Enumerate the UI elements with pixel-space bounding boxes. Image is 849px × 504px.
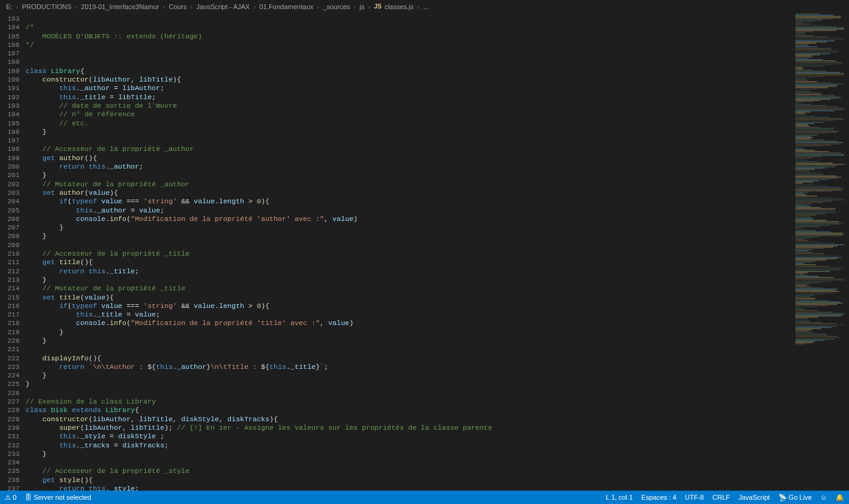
- code-line[interactable]: return this._title;: [26, 267, 793, 276]
- breadcrumb-segment[interactable]: js: [360, 3, 365, 10]
- code-line[interactable]: // n° de référence: [26, 110, 793, 119]
- minimap[interactable]: [793, 13, 849, 491]
- code-line[interactable]: return this._author;: [26, 163, 793, 171]
- code-line[interactable]: this._title = value;: [26, 310, 793, 319]
- code-line[interactable]: [26, 15, 793, 23]
- code-line[interactable]: get author(){: [26, 154, 793, 163]
- broadcast-icon: 📡: [778, 494, 787, 502]
- breadcrumb-segment[interactable]: PRODUCTIONS: [22, 3, 71, 10]
- breadcrumb-segment[interactable]: 01.Fondamentaux: [259, 3, 314, 10]
- code-line[interactable]: [26, 458, 793, 467]
- code-line[interactable]: set author(value){: [26, 189, 793, 197]
- status-golive-label: Go Live: [789, 494, 812, 501]
- code-line[interactable]: }: [26, 450, 793, 458]
- code-line[interactable]: }: [26, 232, 793, 240]
- code-line[interactable]: [26, 136, 793, 145]
- code-line[interactable]: console.info("Modification de la proprié…: [26, 319, 793, 327]
- breadcrumb-segment[interactable]: E:: [6, 3, 12, 10]
- status-position[interactable]: L 1, col 1: [606, 494, 633, 501]
- code-line[interactable]: displayInfo(){: [26, 354, 793, 363]
- line-number: 225: [0, 380, 19, 388]
- line-number: 200: [0, 163, 19, 171]
- code-area[interactable]: /* MODÈLES D'OBJETS :: extends (héritage…: [26, 13, 793, 491]
- code-editor[interactable]: 1831841851861871881891901911921931941951…: [0, 13, 793, 491]
- code-line[interactable]: // date de sortie de l'œuvre: [26, 102, 793, 110]
- code-line[interactable]: // Accesseur de la propriété _title: [26, 250, 793, 258]
- code-line[interactable]: }: [26, 380, 793, 388]
- line-number: 184: [0, 23, 19, 32]
- code-line[interactable]: class Disk extends Library{: [26, 406, 793, 415]
- code-line[interactable]: constructor(libAuthor, libTitle){: [26, 75, 793, 84]
- code-line[interactable]: // etc.: [26, 119, 793, 128]
- code-line[interactable]: // Accesseur de la propriété _author: [26, 145, 793, 153]
- code-line[interactable]: [26, 241, 793, 250]
- code-line[interactable]: super(libAuthor, libTitle); // [!] En 1e…: [26, 424, 793, 432]
- line-number: 208: [0, 232, 19, 240]
- line-number: 217: [0, 310, 19, 319]
- chevron-right-icon: ›: [75, 3, 77, 10]
- chevron-right-icon: ›: [190, 3, 192, 10]
- code-line[interactable]: }: [26, 223, 793, 232]
- code-line[interactable]: }: [26, 371, 793, 380]
- code-line[interactable]: }: [26, 276, 793, 284]
- status-feedback[interactable]: ☺: [820, 494, 827, 501]
- line-number: 215: [0, 293, 19, 302]
- code-line[interactable]: console.info("Modification de la proprié…: [26, 215, 793, 223]
- code-line[interactable]: this._title = libTitle;: [26, 93, 793, 102]
- code-line[interactable]: }: [26, 171, 793, 180]
- chevron-right-icon: ›: [368, 3, 370, 10]
- line-number: 193: [0, 102, 19, 110]
- code-line[interactable]: // Exension de la class Library: [26, 397, 793, 406]
- breadcrumb-segment[interactable]: Cours: [169, 3, 186, 10]
- code-line[interactable]: get title(){: [26, 258, 793, 267]
- code-line[interactable]: // Mutateur de la proptiété _title: [26, 284, 793, 293]
- status-spaces[interactable]: Espaces : 4: [641, 494, 676, 501]
- code-line[interactable]: [26, 345, 793, 354]
- code-line[interactable]: // Accesseur de la propriété _style: [26, 467, 793, 475]
- code-line[interactable]: this._style = diskStyle ;: [26, 432, 793, 441]
- code-line[interactable]: if(typeof value === 'string' && value.le…: [26, 302, 793, 310]
- code-line[interactable]: set title(value){: [26, 293, 793, 302]
- code-line[interactable]: this._author = libAuthor;: [26, 84, 793, 93]
- line-number: 187: [0, 49, 19, 58]
- line-number: 205: [0, 206, 19, 215]
- status-golive[interactable]: 📡 Go Live: [778, 494, 812, 502]
- line-number: 231: [0, 432, 19, 441]
- code-line[interactable]: /*: [26, 23, 793, 32]
- status-encoding[interactable]: UTF-8: [685, 494, 704, 501]
- breadcrumb-file[interactable]: classes.js: [384, 3, 414, 10]
- code-line[interactable]: get style(){: [26, 476, 793, 485]
- code-line[interactable]: this._tracks = diskTracks;: [26, 441, 793, 450]
- breadcrumb[interactable]: E:›PRODUCTIONS›2019-01_Interface3Namur›C…: [0, 0, 849, 13]
- status-bell-icon[interactable]: 🔔: [836, 494, 844, 502]
- code-line[interactable]: }: [26, 128, 793, 136]
- code-line[interactable]: [26, 49, 793, 58]
- line-number: 228: [0, 406, 19, 415]
- code-line[interactable]: MODÈLES D'OBJETS :: extends (héritage): [26, 32, 793, 41]
- status-language[interactable]: JavaScript: [738, 494, 769, 501]
- code-line[interactable]: }: [26, 328, 793, 337]
- code-line[interactable]: class Library{: [26, 67, 793, 75]
- code-line[interactable]: }: [26, 337, 793, 345]
- status-server[interactable]: 🗄 Server not selected: [25, 494, 91, 501]
- breadcrumb-tail[interactable]: ...: [423, 3, 429, 10]
- line-number: 198: [0, 145, 19, 153]
- code-line[interactable]: if(typeof value === 'string' && value.le…: [26, 197, 793, 206]
- status-eol[interactable]: CRLF: [713, 494, 730, 501]
- code-line[interactable]: return `\n\tAuthor : ${this._author}\n\t…: [26, 363, 793, 371]
- code-line[interactable]: constructor(libAuthor, libTitle, diskSty…: [26, 415, 793, 424]
- editor-main: 1831841851861871881891901911921931941951…: [0, 13, 849, 491]
- code-line[interactable]: this._author = value;: [26, 206, 793, 215]
- breadcrumb-segment[interactable]: 2019-01_Interface3Namur: [81, 3, 159, 10]
- status-warnings[interactable]: ⚠ 0: [5, 494, 16, 502]
- line-number: 219: [0, 328, 19, 337]
- code-line[interactable]: [26, 389, 793, 397]
- line-number: 229: [0, 415, 19, 424]
- code-line[interactable]: // Mutateur de la propriété _author: [26, 180, 793, 189]
- line-number: 213: [0, 276, 19, 284]
- code-line[interactable]: */: [26, 41, 793, 49]
- code-line[interactable]: return this._style;: [26, 485, 793, 491]
- breadcrumb-segment[interactable]: _sources: [323, 3, 350, 10]
- code-line[interactable]: [26, 58, 793, 66]
- breadcrumb-segment[interactable]: JavaScript - AJAX: [196, 3, 250, 10]
